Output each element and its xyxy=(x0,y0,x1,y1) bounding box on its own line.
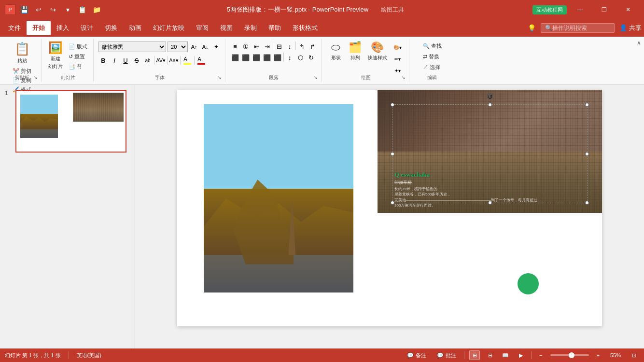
menu-slideshow[interactable]: 幻灯片放映 xyxy=(147,21,190,35)
columns-button[interactable]: ⊟ xyxy=(274,42,284,51)
green-circle[interactable] xyxy=(518,273,539,294)
font-name-select[interactable]: 微软雅黑 xyxy=(98,42,166,52)
font-expand[interactable]: ↘ xyxy=(215,73,223,81)
clipboard-group: 📋 粘贴 ✂️ 剪切 📄 复制 🖌️ 格式 剪贴板 ↘ xyxy=(3,39,42,82)
rtl-button[interactable]: ↰ xyxy=(297,42,307,51)
zoom-slider-thumb[interactable] xyxy=(569,352,574,358)
clipboard-expand[interactable]: ↘ xyxy=(31,73,39,81)
distribute-button[interactable]: ⬛ xyxy=(273,53,282,62)
strikethrough-button[interactable]: S xyxy=(132,56,141,65)
decrease-indent-button[interactable]: ⇤ xyxy=(252,42,261,51)
file-btn[interactable]: 📁 xyxy=(91,4,102,15)
search-box[interactable]: 🔍 xyxy=(541,23,615,33)
zoom-slider[interactable] xyxy=(550,354,589,356)
editing-group: 🔍 查找 ⇄ 替换 ↗ 选择 编辑 xyxy=(410,39,454,82)
menu-review[interactable]: 审阅 xyxy=(190,21,214,35)
menu-record[interactable]: 录制 xyxy=(238,21,263,35)
align-right-button[interactable]: ⬛ xyxy=(252,53,261,62)
quick-styles-button[interactable]: 🎨 快速样式 xyxy=(366,40,389,63)
search-input[interactable] xyxy=(552,25,610,31)
new-slide-button[interactable]: 🖼️ 新建 幻灯片 xyxy=(46,40,65,71)
change-case-button[interactable]: Aa▾ xyxy=(169,56,179,65)
font-color-bar xyxy=(197,63,205,65)
zoom-level[interactable]: 55% xyxy=(607,351,624,359)
paragraph-expand[interactable]: ↘ xyxy=(311,73,319,81)
reset-button[interactable]: ↺ 重置 xyxy=(67,52,89,61)
fit-window-button[interactable]: ⊡ xyxy=(629,350,639,360)
increase-font-button[interactable]: A↑ xyxy=(189,42,199,52)
left-image[interactable] xyxy=(204,104,353,292)
text-direction-button[interactable]: ↕ xyxy=(285,53,294,62)
menu-help[interactable]: 帮助 xyxy=(263,21,287,35)
status-right: 💬 备注 💬 批注 ⊞ ⊟ 📖 ▶ − + 55% ⊡ xyxy=(404,350,639,360)
numbered-list-button[interactable]: ① xyxy=(241,42,251,51)
find-button[interactable]: 🔍 查找 xyxy=(421,42,444,51)
right-image[interactable]: ↺ Q eswachaka 印加草桥 长约39米，横跨于秘鲁的 里 xyxy=(378,90,602,213)
save-button[interactable]: 💾 xyxy=(18,4,30,15)
comments-label: 批注 xyxy=(446,352,456,359)
rock-scene xyxy=(204,104,353,292)
italic-button[interactable]: I xyxy=(110,56,119,65)
menu-insert[interactable]: 插入 xyxy=(51,21,75,35)
fill-color-button[interactable]: 🎨▾ xyxy=(391,42,405,53)
font-size-select[interactable]: 20 xyxy=(168,42,188,52)
section-button[interactable]: 📑 节 xyxy=(67,62,89,71)
minimize-button[interactable]: — xyxy=(569,2,591,17)
align-justify-button[interactable]: ⬛ xyxy=(262,53,272,62)
smartart-button[interactable]: ⬡ xyxy=(295,53,305,62)
menu-file[interactable]: 文件 xyxy=(2,21,27,35)
customize-btn[interactable]: 📋 xyxy=(76,4,88,15)
menu-transitions[interactable]: 切换 xyxy=(99,21,123,35)
close-button[interactable]: ✕ xyxy=(617,2,639,17)
reading-view-button[interactable]: 📖 xyxy=(500,350,511,360)
menu-home[interactable]: 开始 xyxy=(27,21,51,35)
highlight-button[interactable]: A xyxy=(182,55,193,66)
arrange-button[interactable]: 🗂️ 排列 xyxy=(347,40,364,63)
layout-button[interactable]: 📄 版式 xyxy=(67,42,89,51)
bullet-list-button[interactable]: ≡ xyxy=(230,42,240,51)
shape-label: 形状 xyxy=(331,55,341,61)
slide-desc4: 300万辆汽车穿行而过。 xyxy=(394,203,585,208)
undo-button[interactable]: ↩ xyxy=(33,4,44,15)
new-slide-label: 新建 xyxy=(51,56,60,62)
outline-color-button[interactable]: ✏▾ xyxy=(391,54,405,64)
redo-button[interactable]: ↪ xyxy=(47,4,59,15)
increase-indent-button[interactable]: ⇥ xyxy=(262,42,272,51)
bold-button[interactable]: B xyxy=(98,56,108,65)
slide-canvas[interactable]: ↺ Q eswachaka 印加草桥 长约39米，横跨于秘鲁的 里 xyxy=(177,90,602,326)
shape-button[interactable]: ⬭ 形状 xyxy=(327,40,345,63)
menu-design[interactable]: 设计 xyxy=(75,21,99,35)
slide-sorter-button[interactable]: ⊟ xyxy=(485,350,495,360)
ltr-button[interactable]: ↱ xyxy=(308,42,317,51)
slideshow-button[interactable]: ▶ xyxy=(516,350,526,360)
normal-view-button[interactable]: ⊞ xyxy=(469,350,480,360)
font-color-button[interactable]: A xyxy=(196,55,207,66)
title-bar: P 💾 ↩ ↪ ▾ 📋 📁 5两张图排版：一横一竖.pptx - PowerPo… xyxy=(0,0,644,19)
ribbon-collapse-button[interactable]: ∧ xyxy=(637,40,641,46)
share-button[interactable]: 👤 共享 xyxy=(619,24,642,32)
paste-icon: 📋 xyxy=(14,41,30,56)
quick-access-more[interactable]: ▾ xyxy=(62,4,73,15)
clear-format-button[interactable]: ✦ xyxy=(211,42,221,52)
paste-button[interactable]: 📋 粘贴 xyxy=(12,40,33,66)
menu-view[interactable]: 视图 xyxy=(214,21,238,35)
underline-button[interactable]: U xyxy=(121,56,130,65)
menu-shape-format[interactable]: 形状格式 xyxy=(287,21,323,35)
convert-button[interactable]: ↻ xyxy=(306,53,316,62)
notes-button[interactable]: 💬 备注 xyxy=(404,351,429,360)
select-button[interactable]: ↗ 选择 xyxy=(421,63,444,72)
line-spacing-button[interactable]: ↕ xyxy=(285,42,294,51)
drawing-expand[interactable]: ↘ xyxy=(399,73,407,81)
zoom-in-button[interactable]: + xyxy=(594,351,602,359)
shadow-button[interactable]: ab xyxy=(143,56,153,65)
menu-animations[interactable]: 动画 xyxy=(123,21,147,35)
decrease-font-button[interactable]: A↓ xyxy=(200,42,210,52)
restore-button[interactable]: ❐ xyxy=(593,2,615,17)
char-spacing-button[interactable]: AV▾ xyxy=(156,56,166,65)
align-left-button[interactable]: ⬛ xyxy=(230,53,240,62)
zoom-out-button[interactable]: − xyxy=(536,351,545,359)
replace-button[interactable]: ⇄ 替换 xyxy=(421,52,444,61)
comments-button[interactable]: 💬 批注 xyxy=(434,351,459,360)
slide-thumbnail[interactable] xyxy=(15,90,126,153)
align-center-button[interactable]: ⬛ xyxy=(241,53,251,62)
